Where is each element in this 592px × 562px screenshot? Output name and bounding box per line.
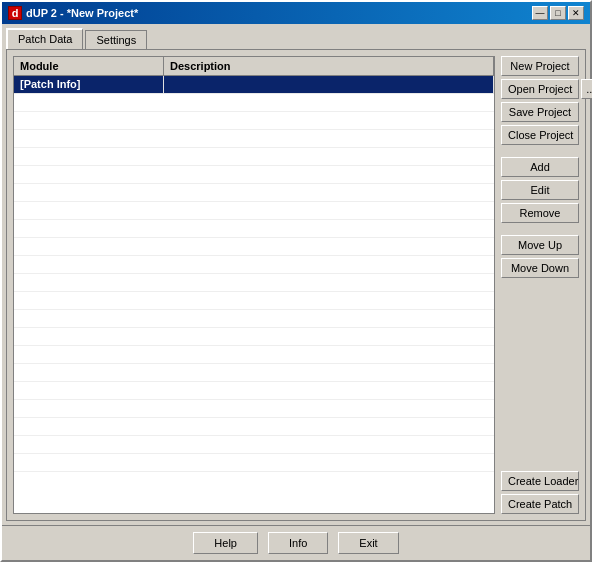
tab-patch-data[interactable]: Patch Data [6,28,83,49]
column-header-description: Description [164,57,494,75]
table-body[interactable]: [Patch Info] [14,76,494,513]
cell-module: [Patch Info] [14,76,164,93]
empty-row [14,130,494,148]
tab-content: Module Description [Patch Info] [6,49,586,521]
remove-button[interactable]: Remove [501,203,579,223]
table-panel: Module Description [Patch Info] [13,56,495,514]
empty-row [14,328,494,346]
empty-row [14,400,494,418]
cell-description [164,76,494,93]
title-bar: d dUP 2 - *New Project* — □ ✕ [2,2,590,24]
empty-row [14,436,494,454]
empty-row [14,184,494,202]
window-content: Patch Data Settings Module Description [… [2,24,590,525]
buttons-panel: New Project Open Project ... Save Projec… [501,56,579,514]
info-button[interactable]: Info [268,532,328,554]
title-bar-controls: — □ ✕ [532,6,584,20]
create-patch-button[interactable]: Create Patch [501,494,579,514]
close-project-button[interactable]: Close Project [501,125,579,145]
empty-row [14,112,494,130]
empty-row [14,364,494,382]
close-button[interactable]: ✕ [568,6,584,20]
tab-bar: Patch Data Settings [6,28,586,49]
add-button[interactable]: Add [501,157,579,177]
title-bar-left: d dUP 2 - *New Project* [8,6,138,20]
move-up-button[interactable]: Move Up [501,235,579,255]
maximize-button[interactable]: □ [550,6,566,20]
empty-row [14,382,494,400]
open-project-button[interactable]: Open Project [501,79,579,99]
column-header-module: Module [14,57,164,75]
empty-row [14,94,494,112]
edit-button[interactable]: Edit [501,180,579,200]
empty-row [14,148,494,166]
main-window: d dUP 2 - *New Project* — □ ✕ Patch Data… [0,0,592,562]
empty-row [14,346,494,364]
tab-settings[interactable]: Settings [85,30,147,49]
empty-row [14,256,494,274]
empty-row [14,166,494,184]
move-down-button[interactable]: Move Down [501,258,579,278]
minimize-button[interactable]: — [532,6,548,20]
window-title: dUP 2 - *New Project* [26,7,138,19]
table-header: Module Description [14,57,494,76]
empty-row [14,238,494,256]
empty-row [14,292,494,310]
empty-row [14,274,494,292]
table-row[interactable]: [Patch Info] [14,76,494,94]
app-icon: d [8,6,22,20]
empty-row [14,418,494,436]
open-more-button[interactable]: ... [581,79,592,99]
empty-row [14,454,494,472]
empty-row [14,202,494,220]
new-project-button[interactable]: New Project [501,56,579,76]
empty-row [14,220,494,238]
bottom-bar: Help Info Exit [2,525,590,560]
help-button[interactable]: Help [193,532,258,554]
empty-row [14,310,494,328]
save-project-button[interactable]: Save Project [501,102,579,122]
exit-button[interactable]: Exit [338,532,398,554]
create-loader-button[interactable]: Create Loader [501,471,579,491]
